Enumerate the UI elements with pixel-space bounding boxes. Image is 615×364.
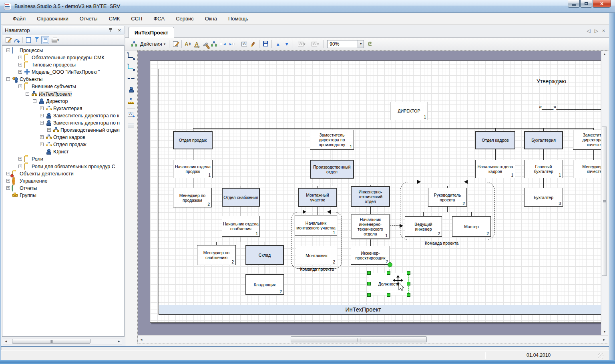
move-down-icon[interactable]: ▼ [283, 40, 290, 48]
position-box[interactable]: Заместитель директора по производству1 [310, 130, 354, 150]
callout-shape-icon[interactable]: ► [127, 110, 136, 119]
tree-item-label[interactable]: Обязательные процедуры СМК [32, 55, 105, 60]
tree-item-label[interactable]: Объекты деятельности [20, 171, 74, 177]
selection-handle[interactable] [367, 293, 371, 297]
tree-item[interactable]: +Заместитель директора по к [2, 112, 124, 119]
zoom-dropdown-icon[interactable]: ▾ [358, 40, 364, 48]
tree-item-label[interactable]: Роли [32, 156, 43, 162]
tree-item-label[interactable]: Юрист [53, 149, 69, 155]
tree-item-label[interactable]: Отдел кадров [53, 135, 85, 140]
format-painter-icon[interactable] [249, 40, 257, 48]
tree-item[interactable]: +Обязательные процедуры СМК [2, 54, 124, 61]
department-box[interactable]: Отдел снабжения [222, 188, 260, 207]
expand-icon[interactable]: + [18, 165, 22, 168]
expand-icon[interactable]: + [18, 63, 22, 66]
canvas-hscrollbar[interactable]: ◄ ► [138, 335, 608, 344]
minimize-button[interactable] [568, 0, 580, 8]
department-box[interactable]: Отдел кадров [475, 131, 515, 149]
orgunit-shape-icon[interactable] [127, 97, 136, 106]
fit-size-icon[interactable]: А▲▼ [184, 40, 191, 48]
tree-item-label[interactable]: Процессы [20, 48, 43, 53]
tree-item-label[interactable]: Типовые процессы [32, 62, 76, 68]
collapse-left-icon[interactable]: ◄ [219, 40, 227, 48]
menu-item-0[interactable]: Файл [8, 14, 30, 24]
position-box[interactable]: Менеджер по качеству [573, 160, 601, 178]
edit-diagram-icon[interactable] [172, 40, 179, 48]
tree-item[interactable]: +Объекты деятельности [2, 170, 124, 177]
person-shape-icon[interactable] [127, 86, 136, 95]
department-box[interactable]: Монтажный участок [298, 188, 337, 207]
canvas-vscrollbar[interactable]: ▲ ▼ [601, 51, 608, 335]
navigator-close-icon[interactable]: × [118, 27, 121, 33]
menu-item-8[interactable]: Помощь [224, 14, 253, 24]
tree-item-label[interactable]: Субъекты [20, 76, 42, 82]
tree-item-label[interactable]: Заместитель директора по п [53, 120, 120, 126]
position-box[interactable]: Начальник инженерно-технического отдела1 [351, 214, 390, 239]
tree-item[interactable]: Юрист [2, 148, 124, 155]
tree-item-label[interactable]: ИнТехПроект [39, 91, 72, 97]
move-up-icon[interactable]: ▲ [274, 40, 281, 48]
zoom-combobox[interactable]: 90% ▾ [327, 40, 364, 48]
tab-close-icon[interactable]: × [602, 28, 605, 34]
position-box[interactable]: Заместитель директора по качеству [573, 130, 601, 150]
tree-item-label[interactable]: Бухгалтерия [53, 106, 82, 111]
connection-point[interactable] [388, 262, 392, 267]
scroll-thumb[interactable] [12, 339, 90, 344]
selection-handle[interactable] [367, 282, 371, 286]
diagram-canvas[interactable]: ИнТехПроект Утверждаю «____»____________… [138, 51, 601, 335]
connector-icon[interactable] [127, 52, 136, 61]
position-box[interactable]: Инженер-проектировщик2 [351, 246, 390, 265]
department-box[interactable]: Производственный отдел [310, 160, 354, 179]
transitions-icon[interactable] [41, 36, 49, 44]
tree-item[interactable]: +Роли для обязательных процедур С [2, 163, 124, 170]
selection-handle[interactable] [407, 282, 410, 286]
collapse-icon[interactable]: − [6, 48, 10, 52]
position-box[interactable]: ДИРЕКТОР1 [390, 102, 428, 120]
tree-item-label[interactable]: Роли для обязательных процедур С [32, 164, 115, 169]
menu-item-6[interactable]: Сервис [171, 14, 198, 24]
tree-item[interactable]: +Отдел кадров [2, 134, 124, 141]
position-box[interactable]: Ведущий инженер2 [405, 216, 442, 237]
tree-item-label[interactable]: Модель_ООО "ИнТехПроект" [32, 69, 100, 75]
position-box[interactable]: Руководитель проекта2 [428, 188, 467, 207]
menu-item-3[interactable]: СМК [105, 14, 125, 24]
expand-icon[interactable]: + [18, 56, 22, 59]
position-box[interactable]: Главный бухгалтер1 [524, 160, 563, 178]
scroll-thumb[interactable] [602, 127, 607, 276]
position-box[interactable]: Бухгалтер3 [524, 188, 563, 207]
collapse-icon[interactable]: − [6, 77, 10, 81]
tab-prev-icon[interactable]: ◁ [587, 28, 591, 34]
expand-icon[interactable]: + [40, 114, 44, 117]
tab-intehproekt[interactable]: ИнТехПроект [129, 27, 174, 38]
tree-item-label[interactable]: Отдел продаж [53, 142, 86, 147]
prev-diagram-icon[interactable]: ▾ [295, 40, 308, 48]
menu-item-2[interactable]: Отчеты [75, 14, 102, 24]
tree-item[interactable]: +Модель_ООО "ИнТехПроект" [2, 68, 124, 76]
close-button[interactable]: × [593, 0, 611, 8]
tree-item[interactable]: +Отдел продаж [2, 141, 124, 148]
expand-icon[interactable]: + [40, 143, 44, 146]
tree-item[interactable]: +Бухгалтерия [2, 105, 124, 112]
tree-item[interactable]: −ИнТехПроект [2, 90, 124, 98]
position-box[interactable]: Менеджер по снабжению2 [197, 245, 236, 265]
frame-shape-icon[interactable] [127, 121, 136, 130]
scroll-thumb[interactable] [291, 336, 427, 342]
position-box[interactable]: Кладовщик2 [245, 274, 284, 295]
expand-icon[interactable]: + [40, 135, 44, 139]
tree-item[interactable]: +Внешние субъекты [2, 83, 124, 90]
maximize-button[interactable] [580, 0, 592, 8]
refresh-icon[interactable] [24, 36, 32, 44]
department-box[interactable]: Склад [245, 245, 284, 265]
collapse-icon[interactable]: − [40, 121, 44, 125]
selection-handle[interactable] [407, 271, 410, 275]
actions-button[interactable]: Действия ▾ [128, 40, 167, 48]
tree-item-label[interactable]: Заместитель директора по к [53, 113, 119, 119]
tree-item[interactable]: +Роли [2, 155, 124, 163]
tree-item[interactable]: +Отчеты [2, 185, 124, 192]
tree-item-label[interactable]: Директор [46, 99, 68, 104]
tree-item[interactable]: +Производственный отдел [2, 127, 124, 134]
expand-icon[interactable]: + [40, 107, 44, 110]
tree-item-label[interactable]: Внешние субъекты [32, 84, 76, 89]
export-image-icon[interactable] [241, 40, 248, 48]
auto-size-icon[interactable]: АAUTO [193, 40, 200, 48]
